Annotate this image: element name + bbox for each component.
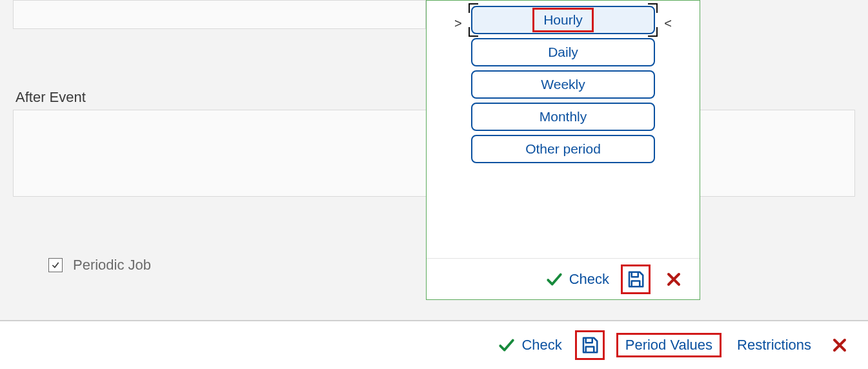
periodic-job-label: Periodic Job <box>73 257 151 274</box>
option-monthly-label: Monthly <box>540 109 587 125</box>
period-values-popup: > Hourly < Daily Weekly Monthly Other pe… <box>426 0 700 300</box>
popup-check-label: Check <box>569 271 609 288</box>
option-weekly[interactable]: Weekly <box>471 70 655 99</box>
popup-check-button[interactable]: Check <box>546 271 609 288</box>
option-weekly-label: Weekly <box>541 77 585 92</box>
option-other-period[interactable]: Other period <box>471 135 655 163</box>
close-icon <box>666 272 681 287</box>
check-label: Check <box>521 337 561 354</box>
popup-save-button[interactable] <box>621 264 651 294</box>
option-other-period-label: Other period <box>525 141 601 157</box>
option-hourly[interactable]: > Hourly < <box>471 6 655 34</box>
close-icon <box>832 337 847 353</box>
pointer-right: < <box>664 16 672 31</box>
close-button[interactable] <box>828 334 851 357</box>
periodic-job-checkbox[interactable] <box>48 258 63 272</box>
option-daily-label: Daily <box>548 45 578 60</box>
option-daily[interactable]: Daily <box>471 38 655 66</box>
option-monthly[interactable]: Monthly <box>471 103 655 131</box>
popup-save-highlight <box>621 264 651 294</box>
check-button[interactable]: Check <box>498 337 561 354</box>
check-icon <box>498 337 515 354</box>
pointer-left: > <box>454 16 462 31</box>
option-hourly-label: Hourly <box>543 12 583 28</box>
check-icon <box>546 271 563 288</box>
period-values-button-wrap[interactable]: Period Values <box>618 334 720 356</box>
popup-close-button[interactable] <box>662 268 685 291</box>
bottom-toolbar: Check Period Values Restrictions <box>0 320 868 369</box>
period-values-button[interactable]: Period Values <box>621 334 716 355</box>
previous-section-panel <box>13 0 426 29</box>
checkmark-icon <box>51 261 60 270</box>
periodic-job-row[interactable]: Periodic Job <box>48 257 151 274</box>
period-options-list: > Hourly < Daily Weekly Monthly Other pe… <box>427 6 700 163</box>
restrictions-button[interactable]: Restrictions <box>733 334 815 356</box>
popup-footer: Check <box>427 258 700 299</box>
save-button[interactable] <box>575 330 605 360</box>
save-highlight <box>575 330 605 360</box>
after-event-label: After Event <box>15 89 86 106</box>
